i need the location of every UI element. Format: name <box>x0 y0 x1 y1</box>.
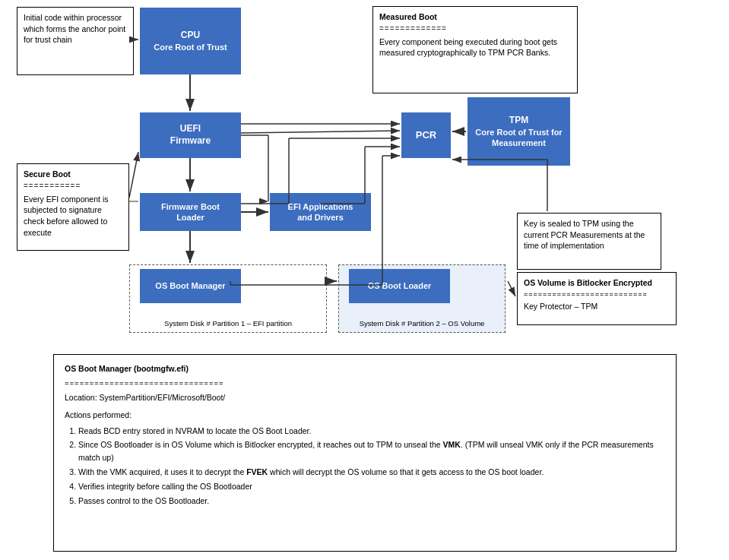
uefi-box: UEFI Firmware <box>140 112 241 158</box>
key-sealed-note: Key is sealed to TPM using the current P… <box>517 213 661 270</box>
tpm-box: TPM Core Root of Trust for Measurement <box>468 97 570 166</box>
list-item: Passes control to the OS Bootloader. <box>78 495 665 508</box>
list-item: With the VMK acquired, it uses it to dec… <box>78 466 665 479</box>
list-item: Verifies integrity before calling the OS… <box>78 480 665 493</box>
list-item: Reads BCD entry stored in NVRAM to locat… <box>78 425 665 438</box>
firmware-boot-loader-box: Firmware Boot Loader <box>140 193 241 231</box>
anchor-note: Initial code within processor which form… <box>17 7 134 75</box>
list-item: Since OS Bootloader is in OS Volume whic… <box>78 438 665 464</box>
info-list: Reads BCD entry stored in NVRAM to locat… <box>78 425 665 508</box>
pcr-box: PCR <box>401 112 451 158</box>
svg-line-8 <box>241 131 400 133</box>
svg-line-24 <box>508 281 515 296</box>
cpu-box: CPU Core Root of Trust <box>140 8 241 74</box>
svg-line-22 <box>129 152 138 198</box>
measured-boot-note: Measured Boot ============= Every compon… <box>372 6 578 93</box>
bitlocker-note: OS Volume is Bitlocker Encrypted =======… <box>517 272 677 325</box>
info-box: OS Boot Manager (bootmgfw.efi) =========… <box>53 354 677 552</box>
os-boot-manager-box: OS Boot Manager <box>140 269 241 303</box>
partition1-box: OS Boot Manager System Disk # Partition … <box>129 264 327 333</box>
secure-boot-note: Secure Boot =========== Every EFI compon… <box>17 163 129 251</box>
partition2-box: OS Boot Loader System Disk # Partition 2… <box>338 264 506 333</box>
os-boot-loader-box: OS Boot Loader <box>349 269 450 303</box>
diagram-area: Initial code within processor which form… <box>0 0 729 560</box>
efi-applications-box: EFI Applications and Drivers <box>270 193 371 231</box>
